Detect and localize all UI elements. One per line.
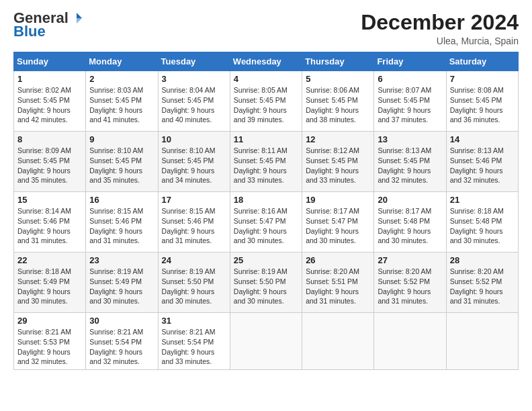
calendar-cell: 15Sunrise: 8:14 AMSunset: 5:46 PMDayligh… — [14, 192, 86, 253]
calendar-cell: 25Sunrise: 8:19 AMSunset: 5:50 PMDayligh… — [230, 253, 302, 313]
calendar-cell: 7Sunrise: 8:08 AMSunset: 5:45 PMDaylight… — [446, 71, 518, 132]
weekday-header: Saturday — [446, 52, 518, 71]
cell-details: Sunrise: 8:20 AMSunset: 5:51 PMDaylight:… — [306, 267, 370, 306]
cell-details: Sunrise: 8:05 AMSunset: 5:45 PMDaylight:… — [234, 85, 298, 125]
cell-details: Sunrise: 8:06 AMSunset: 5:45 PMDaylight:… — [306, 85, 370, 125]
weekday-header: Friday — [374, 52, 446, 71]
calendar-cell: 17Sunrise: 8:15 AMSunset: 5:46 PMDayligh… — [158, 192, 230, 253]
cell-details: Sunrise: 8:10 AMSunset: 5:45 PMDaylight:… — [162, 146, 226, 185]
day-number: 11 — [234, 134, 298, 144]
day-number: 2 — [89, 74, 154, 84]
day-number: 23 — [89, 255, 154, 265]
day-number: 13 — [378, 134, 442, 144]
day-number: 8 — [17, 134, 82, 144]
day-number: 25 — [234, 255, 298, 265]
logo-flag-icon — [70, 11, 83, 25]
calendar-cell: 13Sunrise: 8:13 AMSunset: 5:45 PMDayligh… — [374, 132, 446, 192]
calendar-cell: 1Sunrise: 8:02 AMSunset: 5:45 PMDaylight… — [14, 71, 86, 132]
cell-details: Sunrise: 8:15 AMSunset: 5:46 PMDaylight:… — [89, 206, 154, 246]
calendar-cell: 8Sunrise: 8:09 AMSunset: 5:45 PMDaylight… — [14, 132, 86, 192]
day-number: 17 — [162, 195, 226, 205]
calendar-cell: 21Sunrise: 8:18 AMSunset: 5:48 PMDayligh… — [446, 192, 518, 253]
calendar-cell — [302, 313, 374, 370]
day-number: 14 — [450, 134, 515, 144]
calendar-cell: 24Sunrise: 8:19 AMSunset: 5:50 PMDayligh… — [158, 253, 230, 313]
calendar-cell: 27Sunrise: 8:20 AMSunset: 5:52 PMDayligh… — [374, 253, 446, 313]
cell-details: Sunrise: 8:19 AMSunset: 5:50 PMDaylight:… — [162, 267, 226, 306]
cell-details: Sunrise: 8:21 AMSunset: 5:54 PMDaylight:… — [89, 327, 154, 367]
cell-details: Sunrise: 8:03 AMSunset: 5:45 PMDaylight:… — [89, 85, 154, 125]
logo: General Blue — [13, 11, 83, 40]
cell-details: Sunrise: 8:17 AMSunset: 5:48 PMDaylight:… — [378, 206, 442, 246]
calendar-cell: 19Sunrise: 8:17 AMSunset: 5:47 PMDayligh… — [302, 192, 374, 253]
calendar-cell: 6Sunrise: 8:07 AMSunset: 5:45 PMDaylight… — [374, 71, 446, 132]
calendar-week-row: 22Sunrise: 8:18 AMSunset: 5:49 PMDayligh… — [14, 253, 519, 313]
cell-details: Sunrise: 8:20 AMSunset: 5:52 PMDaylight:… — [450, 267, 515, 306]
calendar-table: SundayMondayTuesdayWednesdayThursdayFrid… — [13, 52, 519, 370]
day-number: 26 — [306, 255, 370, 265]
calendar-cell: 28Sunrise: 8:20 AMSunset: 5:52 PMDayligh… — [446, 253, 518, 313]
calendar-cell: 26Sunrise: 8:20 AMSunset: 5:51 PMDayligh… — [302, 253, 374, 313]
weekday-header: Wednesday — [230, 52, 302, 71]
calendar-cell: 22Sunrise: 8:18 AMSunset: 5:49 PMDayligh… — [14, 253, 86, 313]
cell-details: Sunrise: 8:13 AMSunset: 5:46 PMDaylight:… — [450, 146, 515, 185]
calendar-cell: 14Sunrise: 8:13 AMSunset: 5:46 PMDayligh… — [446, 132, 518, 192]
cell-details: Sunrise: 8:17 AMSunset: 5:47 PMDaylight:… — [306, 206, 370, 246]
cell-details: Sunrise: 8:08 AMSunset: 5:45 PMDaylight:… — [450, 85, 515, 125]
day-number: 22 — [17, 255, 82, 265]
month-title: December 2024 — [361, 11, 519, 34]
calendar-cell: 4Sunrise: 8:05 AMSunset: 5:45 PMDaylight… — [230, 71, 302, 132]
calendar-cell: 10Sunrise: 8:10 AMSunset: 5:45 PMDayligh… — [158, 132, 230, 192]
day-number: 30 — [89, 316, 154, 326]
calendar-cell: 5Sunrise: 8:06 AMSunset: 5:45 PMDaylight… — [302, 71, 374, 132]
cell-details: Sunrise: 8:11 AMSunset: 5:45 PMDaylight:… — [234, 146, 298, 185]
day-number: 12 — [306, 134, 370, 144]
weekday-header: Tuesday — [158, 52, 230, 71]
calendar-cell: 29Sunrise: 8:21 AMSunset: 5:53 PMDayligh… — [14, 313, 86, 370]
calendar-cell: 20Sunrise: 8:17 AMSunset: 5:48 PMDayligh… — [374, 192, 446, 253]
calendar-cell: 23Sunrise: 8:19 AMSunset: 5:49 PMDayligh… — [86, 253, 158, 313]
cell-details: Sunrise: 8:18 AMSunset: 5:49 PMDaylight:… — [17, 267, 82, 306]
day-number: 7 — [450, 74, 515, 84]
calendar-cell: 12Sunrise: 8:12 AMSunset: 5:45 PMDayligh… — [302, 132, 374, 192]
cell-details: Sunrise: 8:18 AMSunset: 5:48 PMDaylight:… — [450, 206, 515, 246]
day-number: 5 — [306, 74, 370, 84]
calendar-cell: 3Sunrise: 8:04 AMSunset: 5:45 PMDaylight… — [158, 71, 230, 132]
weekday-header-row: SundayMondayTuesdayWednesdayThursdayFrid… — [14, 52, 519, 71]
calendar-cell: 16Sunrise: 8:15 AMSunset: 5:46 PMDayligh… — [86, 192, 158, 253]
weekday-header: Monday — [86, 52, 158, 71]
day-number: 4 — [234, 74, 298, 84]
calendar-week-row: 8Sunrise: 8:09 AMSunset: 5:45 PMDaylight… — [14, 132, 519, 192]
day-number: 6 — [378, 74, 442, 84]
cell-details: Sunrise: 8:02 AMSunset: 5:45 PMDaylight:… — [17, 85, 82, 125]
day-number: 31 — [162, 316, 226, 326]
cell-details: Sunrise: 8:12 AMSunset: 5:45 PMDaylight:… — [306, 146, 370, 185]
calendar-week-row: 29Sunrise: 8:21 AMSunset: 5:53 PMDayligh… — [14, 313, 519, 370]
cell-details: Sunrise: 8:21 AMSunset: 5:54 PMDaylight:… — [162, 327, 226, 367]
calendar-cell — [374, 313, 446, 370]
calendar-cell: 18Sunrise: 8:16 AMSunset: 5:47 PMDayligh… — [230, 192, 302, 253]
calendar-cell: 11Sunrise: 8:11 AMSunset: 5:45 PMDayligh… — [230, 132, 302, 192]
weekday-header: Sunday — [14, 52, 86, 71]
cell-details: Sunrise: 8:19 AMSunset: 5:50 PMDaylight:… — [234, 267, 298, 306]
day-number: 1 — [17, 74, 82, 84]
cell-details: Sunrise: 8:09 AMSunset: 5:45 PMDaylight:… — [17, 146, 82, 185]
day-number: 21 — [450, 195, 515, 205]
title-block: December 2024 Ulea, Murcia, Spain — [361, 11, 519, 46]
calendar-week-row: 1Sunrise: 8:02 AMSunset: 5:45 PMDaylight… — [14, 71, 519, 132]
cell-details: Sunrise: 8:21 AMSunset: 5:53 PMDaylight:… — [17, 327, 82, 367]
calendar-cell: 30Sunrise: 8:21 AMSunset: 5:54 PMDayligh… — [86, 313, 158, 370]
calendar-cell — [446, 313, 518, 370]
logo-blue-text: Blue — [13, 23, 46, 40]
cell-details: Sunrise: 8:10 AMSunset: 5:45 PMDaylight:… — [89, 146, 154, 185]
calendar-cell: 2Sunrise: 8:03 AMSunset: 5:45 PMDaylight… — [86, 71, 158, 132]
day-number: 9 — [89, 134, 154, 144]
cell-details: Sunrise: 8:07 AMSunset: 5:45 PMDaylight:… — [378, 85, 442, 125]
day-number: 10 — [162, 134, 226, 144]
day-number: 15 — [17, 195, 82, 205]
weekday-header: Thursday — [302, 52, 374, 71]
calendar-cell — [230, 313, 302, 370]
page-header: General Blue December 2024 Ulea, Murcia,… — [13, 11, 519, 46]
cell-details: Sunrise: 8:04 AMSunset: 5:45 PMDaylight:… — [162, 85, 226, 125]
calendar-cell: 31Sunrise: 8:21 AMSunset: 5:54 PMDayligh… — [158, 313, 230, 370]
